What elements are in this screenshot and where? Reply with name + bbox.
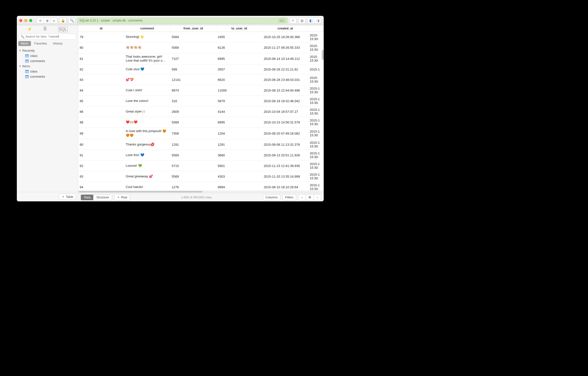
cell[interactable]: 2015-08-14 10:14:49.212 [262, 53, 308, 65]
search-icon[interactable]: 🔍 [68, 18, 75, 24]
cell[interactable]: 2015-08-20 07:49:18.082 [262, 128, 308, 139]
cell[interactable]: ❤️🙌🏼❤️ [124, 117, 170, 128]
columns-button[interactable]: Columns [263, 194, 280, 200]
cell[interactable]: 8995 [216, 117, 262, 128]
view-structure-button[interactable]: Structure [93, 195, 112, 200]
list-icon[interactable]: ≣ [50, 18, 57, 24]
cell[interactable]: 2015-1 15:30: [308, 85, 324, 96]
cell[interactable]: 👏🏼👏🏼👏🏼👏🏼 [124, 42, 170, 53]
cell[interactable]: That looks awesome, girl! Love that outf… [124, 53, 170, 65]
tab-items[interactable]: Items [18, 41, 31, 46]
cell[interactable]: 2015- 15:30: [308, 32, 324, 42]
table-row[interactable]: 83💕💝1214166202015-08-28 23:48:03.0312015… [78, 74, 324, 85]
cell[interactable]: 82 [78, 65, 124, 74]
cell[interactable]: 5569 [170, 171, 216, 182]
cell[interactable]: 2015-1 15:30: [308, 128, 324, 139]
plug-icon[interactable]: ⚡ [27, 27, 32, 32]
cell[interactable]: Great style🙌🏻 [124, 106, 170, 117]
cell[interactable]: 2015- 15:30: [308, 42, 324, 53]
left-panel-toggle[interactable]: ◧ [307, 18, 314, 24]
cell[interactable]: 2015-10-25 19:26:00.366 [262, 32, 308, 42]
group-recently[interactable]: ▼ Recently [17, 48, 78, 53]
table-row[interactable]: 89In love with this jumpsuit! 😍😍😍7308120… [78, 128, 324, 139]
cell[interactable]: 1291 [170, 139, 216, 150]
cell[interactable]: 83 [78, 74, 124, 85]
refresh-icon[interactable]: ⟳ [290, 18, 296, 24]
cell[interactable]: 85 [78, 96, 124, 106]
cell[interactable]: 5879 [216, 96, 262, 106]
item-class[interactable]: class [17, 69, 78, 74]
cell[interactable]: 8974 [170, 85, 216, 96]
cell[interactable]: Cute shot 💙 [124, 65, 170, 74]
sidebar-search[interactable]: 🔍 [19, 34, 76, 40]
cell[interactable]: 11000 [216, 85, 262, 96]
settings-button[interactable]: ⚙ [306, 194, 314, 200]
cell[interactable]: 2015-1 15:30: [308, 171, 324, 182]
cell[interactable]: Looove! 💚 [124, 161, 170, 171]
cell[interactable]: 2015-09-13 20:51:11.926 [262, 150, 308, 161]
cell[interactable]: 3557 [216, 65, 262, 74]
cell[interactable]: 2015- 15:30: [308, 74, 324, 85]
cell[interactable]: 2015-09-06 11:13:32.378 [262, 139, 308, 150]
cell[interactable]: 91 [78, 150, 124, 161]
cell[interactable]: 6126 [216, 42, 262, 53]
cell[interactable]: Love this! 💙 [124, 150, 170, 161]
cell[interactable]: 2015-11-23 12:41:39.936 [262, 161, 308, 171]
table-row[interactable]: 79Stunning! 🌟556924552015-10-25 19:26:00… [78, 32, 324, 42]
cell[interactable]: Great giveaway 💕 [124, 171, 170, 182]
sidebar-search-input[interactable] [25, 35, 74, 38]
scrollbar-thumb[interactable] [79, 191, 202, 192]
cell[interactable]: 8995 [216, 53, 262, 65]
table-row[interactable]: 80👏🏼👏🏼👏🏼👏🏼556961262015-11-27 09:26:55.33… [78, 42, 324, 53]
zoom-window-button[interactable] [29, 19, 32, 22]
cell[interactable]: 92 [78, 161, 124, 171]
col-from-user-id[interactable]: from_user_id [170, 25, 216, 32]
add-table-button[interactable]: ＋ Table [59, 194, 76, 200]
table-row[interactable]: 92Looove! 💚571559012015-11-23 12:41:39.9… [78, 161, 324, 171]
cell[interactable]: 2015-08-15 22:44:00.496 [262, 85, 308, 96]
cell[interactable]: 2455 [216, 32, 262, 42]
right-panel-toggle[interactable]: ◨ [314, 18, 321, 24]
cell[interactable]: 2015-1 15:30: [308, 161, 324, 171]
cell[interactable]: 7308 [170, 128, 216, 139]
cell[interactable]: 80 [78, 42, 124, 53]
close-window-button[interactable] [19, 19, 22, 22]
minimize-window-button[interactable] [24, 19, 27, 22]
cell[interactable]: 2609 [170, 106, 216, 117]
database-icon[interactable]: 🗄 [43, 27, 47, 32]
table-row[interactable]: 94Cool hairdo!127699942015-08-10 16:10:2… [78, 182, 324, 190]
table-row[interactable]: 88❤️🙌🏼❤️556989952015-10-23 14:56:31.5792… [78, 117, 324, 128]
cell[interactable]: Thanks gorgeous💋 [124, 139, 170, 150]
cell[interactable]: 5901 [216, 161, 262, 171]
grid-icon[interactable]: ▦ [298, 18, 305, 24]
cell[interactable]: 2015-08-28 23:48:03.031 [262, 74, 308, 85]
filters-button[interactable]: Filters [282, 194, 296, 200]
col-overflow[interactable] [308, 25, 324, 32]
cell[interactable]: 2015-08-26 22:31:21.62 [262, 65, 308, 74]
col-id[interactable]: id [78, 25, 124, 32]
table-row[interactable]: 86Great style🙌🏻260941442015-10-04 18:57:… [78, 106, 324, 117]
sql-icon[interactable]: SQL [58, 27, 68, 32]
cell[interactable]: 4144 [216, 106, 262, 117]
cell[interactable]: Love the colors! [124, 96, 170, 106]
cell[interactable]: 93 [78, 171, 124, 182]
prev-page-button[interactable]: ‹ [298, 194, 306, 200]
cell[interactable]: 2015-1 15:30: [308, 106, 324, 117]
cell[interactable]: 4303 [216, 171, 262, 182]
cell[interactable]: 1276 [170, 182, 216, 190]
cell[interactable]: 2015-08-10 16:10:28.64 [262, 182, 308, 190]
cell[interactable]: 7107 [170, 53, 216, 65]
vertical-scrollbar[interactable] [322, 50, 324, 60]
cell[interactable]: 2015-1 [308, 65, 324, 74]
cell[interactable]: 5715 [170, 161, 216, 171]
cell[interactable]: 94 [78, 182, 124, 190]
cell[interactable]: 86 [78, 106, 124, 117]
recent-item-comments[interactable]: comments [17, 58, 78, 64]
cell[interactable]: 2015-1 15:30: [308, 117, 324, 128]
cell[interactable]: 3660 [216, 150, 262, 161]
tab-favorites[interactable]: Favorites [32, 41, 49, 46]
lock-icon[interactable]: 🔒 [59, 18, 66, 24]
cell[interactable]: 12141 [170, 74, 216, 85]
cancel-icon[interactable]: ⊗ [37, 18, 44, 24]
table-row[interactable]: 93Great giveaway 💕556943032015-11-20 13:… [78, 171, 324, 182]
